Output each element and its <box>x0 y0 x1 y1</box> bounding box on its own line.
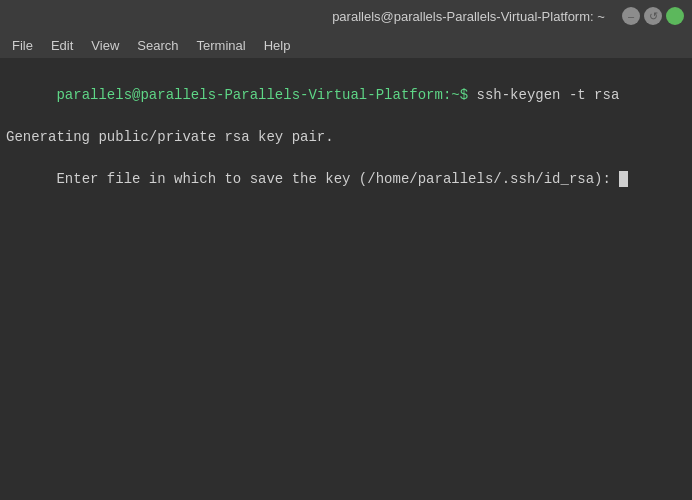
terminal-line-1: parallels@parallels-Parallels-Virtual-Pl… <box>6 64 686 127</box>
menu-edit[interactable]: Edit <box>43 36 81 55</box>
menu-terminal[interactable]: Terminal <box>189 36 254 55</box>
prompt-user: parallels@parallels-Parallels-Virtual-Pl… <box>56 87 442 103</box>
menu-file[interactable]: File <box>4 36 41 55</box>
terminal-line-2: Generating public/private rsa key pair. <box>6 127 686 148</box>
menubar: File Edit View Search Terminal Help <box>0 32 692 58</box>
menu-view[interactable]: View <box>83 36 127 55</box>
prompt-path: :~$ <box>443 87 477 103</box>
window-title: parallels@parallels-Parallels-Virtual-Pl… <box>315 9 622 24</box>
command-ssh-keygen: ssh-keygen -t rsa <box>477 87 620 103</box>
terminal-window: parallels@parallels-Parallels-Virtual-Pl… <box>0 0 692 500</box>
close-button[interactable] <box>666 7 684 25</box>
menu-search[interactable]: Search <box>129 36 186 55</box>
window-controls: – ↺ <box>622 7 684 25</box>
terminal-area[interactable]: parallels@parallels-Parallels-Virtual-Pl… <box>0 58 692 500</box>
terminal-cursor <box>619 171 628 187</box>
terminal-line-3: Enter file in which to save the key (/ho… <box>6 148 686 211</box>
minimize-button[interactable]: – <box>622 7 640 25</box>
restore-button[interactable]: ↺ <box>644 7 662 25</box>
enter-file-prompt: Enter file in which to save the key (/ho… <box>56 171 619 187</box>
titlebar: parallels@parallels-Parallels-Virtual-Pl… <box>0 0 692 32</box>
menu-help[interactable]: Help <box>256 36 299 55</box>
